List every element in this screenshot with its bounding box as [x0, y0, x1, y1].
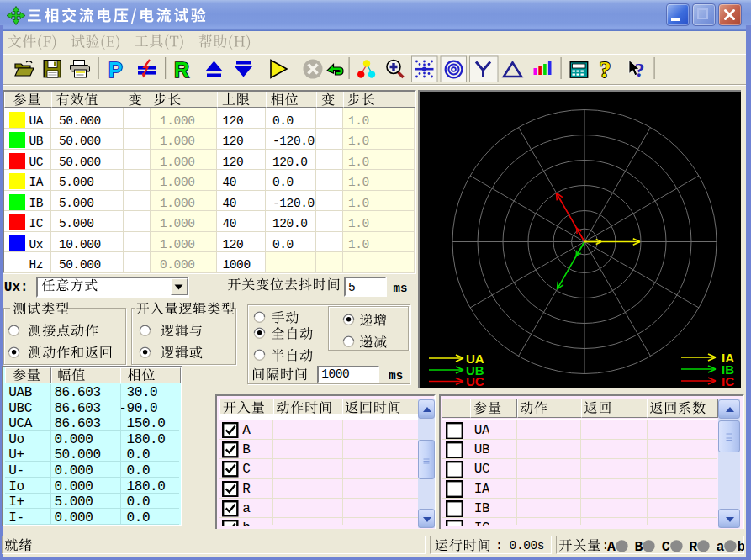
svg-text:UC: UC: [466, 374, 484, 388]
svg-text:IC: IC: [722, 373, 734, 388]
